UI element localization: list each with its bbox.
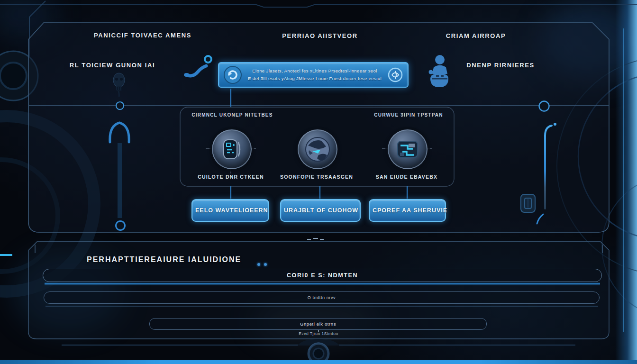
camera-ring-icon	[298, 339, 339, 364]
header-center: PERRIAO AIISTVEOR	[282, 32, 358, 39]
dots-indicator	[257, 263, 267, 266]
circuit-icon[interactable]	[388, 129, 428, 169]
skull-icon	[112, 72, 127, 98]
globe-icon[interactable]	[298, 129, 337, 169]
bottom-bar-secondary[interactable]: O tmtttn nrvv	[44, 291, 600, 304]
frame-decoration	[0, 0, 637, 364]
action-button-3[interactable]: CPOREF AA SHERUVIE	[369, 199, 446, 222]
bottom-bar-primary[interactable]: CORI0 E S: NDMTEN	[43, 269, 602, 282]
feature-label-1: CUILOTE DNR CTKEEN	[198, 174, 264, 180]
subheader-left: RL TOICIEW GUNON IAI	[70, 62, 155, 69]
hook-icon	[183, 53, 213, 79]
feature-label-3: SAN EIUDE EBAVEBX	[376, 174, 437, 180]
group-title-right: CURWUE 3IPIN TPSTPAN	[374, 112, 443, 118]
info-banner[interactable]: Eione Jlasets, Anotecl fes xLltines Prse…	[218, 62, 409, 88]
bottom-caption: Ezvd Tjrun 1Stintoo	[299, 331, 338, 336]
group-title-left: CIRMNCL UKONEP NITETBES	[191, 112, 273, 118]
bottom-bar-tertiary[interactable]: Gnpeti eik otrns	[149, 318, 487, 330]
device-icon[interactable]	[212, 129, 252, 169]
refresh-icon	[223, 65, 242, 84]
feature-label-2: SOONFOPIE TRSAASGEN	[280, 174, 353, 180]
swirl-icon	[387, 67, 403, 83]
action-button-2[interactable]: URAJBLT OF CUOHOW	[280, 199, 361, 222]
info-text: Eione Jlasets, Anotecl fes xLltines Prse…	[246, 67, 383, 82]
info-line-2: E del 3lll esots yAliog JMlesse I nuie F…	[246, 75, 383, 82]
header-right: CRIAM AIRROAP	[446, 32, 506, 39]
info-line-1: Eione Jlasets, Anotecl fes xLltines Prse…	[246, 67, 383, 75]
subheader-right: DNENP RIRNIERES	[466, 62, 535, 69]
bottom-section-title: PERHAPTTIEREAIURE IALUIDIONE	[87, 255, 241, 264]
person-icon	[426, 54, 453, 93]
badge-icon	[521, 194, 535, 212]
action-button-1[interactable]: EELO WAVTELIOEERN	[191, 199, 269, 222]
header-left: PANICCIF TOIVAEC AMENS	[94, 32, 191, 39]
